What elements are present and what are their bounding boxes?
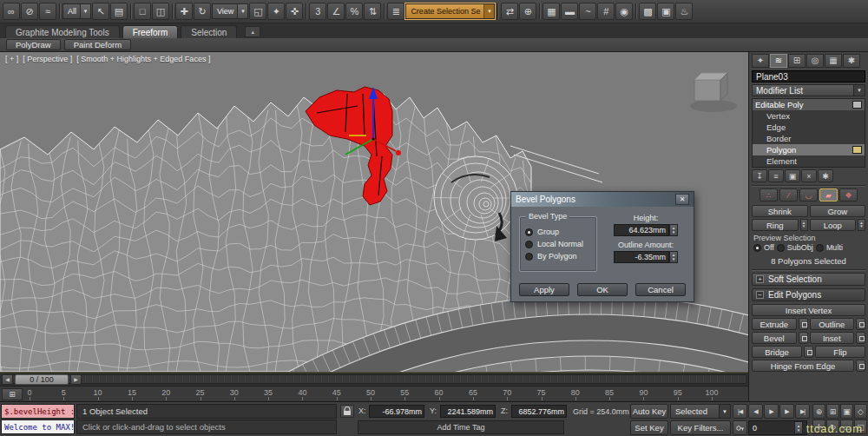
radio-local-normal-row[interactable]: Local Normal [525, 240, 591, 248]
stack-row-icon[interactable] [852, 146, 862, 154]
current-frame-field[interactable]: 0 ▴▾ [748, 420, 807, 435]
spinner-arrows-icon[interactable]: ▴▾ [669, 251, 678, 263]
flip-button[interactable]: Flip [815, 346, 865, 358]
configure-modifier-sets-icon[interactable]: ✱ [818, 169, 833, 182]
motion-tab-icon[interactable]: ◎ [806, 54, 824, 68]
track-bar[interactable]: ⊞ 05101520253035404550556065707580859095… [0, 386, 748, 401]
extrude-button[interactable]: Extrude [752, 318, 797, 330]
curve-editor-icon[interactable]: ~ [579, 3, 596, 20]
chevron-down-icon[interactable]: ▼ [853, 85, 865, 96]
ring-button[interactable]: Ring [752, 219, 799, 231]
modifier-list-dropdown[interactable]: Modifier List ▼ [752, 84, 865, 96]
selection-filter-dropdown[interactable]: All▼ [62, 3, 91, 19]
element-mode-icon[interactable]: ❖ [839, 188, 858, 201]
angle-snap-toggle-icon[interactable]: ∠ [327, 3, 345, 20]
modify-tab-icon[interactable]: ≋ [770, 54, 787, 68]
rendered-frame-window-icon[interactable]: ▣ [657, 3, 674, 20]
rectangular-selection-region-icon[interactable]: □ [134, 3, 151, 20]
previous-frame-icon[interactable]: ◀ [748, 404, 763, 419]
unlink-selection-icon[interactable]: ⊘ [21, 3, 38, 20]
chevron-down-icon[interactable]: ▼ [719, 405, 730, 418]
bind-to-space-warp-icon[interactable]: ≈ [39, 3, 56, 20]
select-object-icon[interactable]: ↖ [92, 3, 109, 20]
expand-icon[interactable]: + [756, 275, 764, 283]
select-and-move-icon[interactable]: ✚ [175, 3, 193, 20]
previous-frame-arrow-icon[interactable]: ◀ [2, 374, 13, 385]
create-tab-icon[interactable]: ✦ [752, 54, 769, 68]
stack-row-editable-poly[interactable]: Editable Poly [753, 99, 865, 110]
tab-graphite-modeling-tools[interactable]: Graphite Modeling Tools [5, 25, 120, 38]
tab-freeform[interactable]: Freeform [122, 25, 179, 38]
show-end-result-icon[interactable]: ≡ [768, 169, 784, 182]
snaps-toggle-icon[interactable]: 3 [309, 3, 326, 20]
key-mode-toggle-icon[interactable] [733, 420, 747, 435]
chevron-down-icon[interactable]: ▼ [80, 4, 90, 18]
time-slider-handle[interactable]: 0 / 100 [15, 374, 69, 385]
pan-icon[interactable]: ✛ [812, 419, 825, 434]
spin-down-icon[interactable]: ▾ [673, 230, 675, 235]
zoom-icon[interactable]: ⊕ [812, 404, 825, 419]
spinner-arrows-icon[interactable]: ▴▾ [794, 421, 803, 434]
next-frame-icon[interactable]: ▶ [779, 404, 794, 419]
maximize-viewport-icon[interactable]: ◱ [854, 419, 867, 434]
y-coordinate-field[interactable]: 2241.589mm [440, 405, 496, 418]
border-mode-icon[interactable]: ◡ [799, 188, 818, 201]
hierarchy-tab-icon[interactable]: ⊞ [788, 54, 806, 68]
next-frame-arrow-icon[interactable]: ▶ [70, 374, 82, 385]
edge-mode-icon[interactable]: ∕ [779, 188, 798, 201]
apply-button[interactable]: Apply [519, 283, 569, 296]
auto-key-button[interactable]: Auto Key [630, 404, 668, 419]
insert-vertex-button[interactable]: Insert Vertex [752, 304, 865, 316]
render-production-icon[interactable]: ♨ [675, 3, 693, 20]
align-icon[interactable]: ⊕ [519, 3, 536, 20]
zoom-extents-icon[interactable]: ▣ [840, 404, 853, 419]
make-unique-icon[interactable]: ▣ [785, 169, 800, 182]
tab-selection[interactable]: Selection [181, 25, 237, 38]
spinner-snap-toggle-icon[interactable]: ⇅ [364, 3, 381, 20]
radio-by-polygon-row[interactable]: By Polygon [525, 252, 591, 261]
stack-row-polygon[interactable]: Polygon [753, 144, 865, 155]
use-pivot-point-center-icon[interactable]: ✦ [267, 3, 285, 20]
set-key-button[interactable]: Set Key [630, 420, 668, 435]
subtab-polydraw[interactable]: PolyDraw [6, 39, 61, 50]
window-crossing-toggle-icon[interactable]: ◫ [152, 3, 169, 20]
utilities-tab-icon[interactable]: ✱ [843, 54, 860, 68]
z-coordinate-field[interactable]: 6852.776mm [511, 405, 567, 418]
select-and-scale-icon[interactable]: ◱ [249, 3, 266, 20]
stack-row-edge[interactable]: Edge [753, 122, 865, 133]
outline-amount-field[interactable]: -6.35mm [614, 251, 669, 263]
percent-snap-toggle-icon[interactable]: % [345, 3, 363, 20]
dialog-titlebar[interactable]: Bevel Polygons ✕ [511, 192, 694, 207]
maxscript-mini-listener-macro[interactable]: $.bevelHeight : [1, 404, 75, 419]
preview-subobj-radio[interactable] [777, 244, 785, 252]
select-and-rotate-icon[interactable]: ↻ [194, 3, 211, 20]
ring-spinner[interactable]: ▲▼ [800, 219, 808, 231]
time-slider[interactable]: ◀ 0 / 100 ▶ [0, 372, 748, 386]
loop-button[interactable]: Loop [810, 219, 857, 231]
collapse-icon[interactable]: − [756, 291, 764, 299]
hinge-settings-icon[interactable] [856, 360, 865, 372]
object-name-field[interactable]: Plane03 [752, 70, 865, 83]
edit-polygons-rollout[interactable]: − Edit Polygons [752, 288, 865, 301]
bridge-button[interactable]: Bridge [752, 346, 802, 358]
layer-manager-icon[interactable]: ▦ [542, 3, 560, 20]
preview-off-radio[interactable] [753, 244, 761, 252]
go-to-start-icon[interactable]: |◀ [733, 404, 747, 419]
radio-by-polygon[interactable] [525, 253, 533, 261]
open-mini-curve-editor-icon[interactable]: ⊞ [2, 388, 23, 400]
ribbon-minimize-icon[interactable]: ▴ [245, 26, 260, 37]
graphite-ribbon-toggle-icon[interactable]: ▬ [561, 3, 578, 20]
viewport-menu-pov[interactable]: [ Perspective ] [23, 55, 72, 63]
spin-down-icon[interactable]: ▾ [673, 257, 675, 261]
viewport-perspective[interactable]: [ + ] [ Perspective ] [ Smooth + Highlig… [0, 52, 748, 372]
select-by-name-icon[interactable]: ▤ [110, 3, 128, 20]
radio-local-normal[interactable] [525, 241, 533, 248]
grow-button[interactable]: Grow [810, 205, 866, 217]
select-and-link-icon[interactable]: ∞ [3, 3, 20, 20]
select-and-manipulate-icon[interactable]: ✜ [286, 3, 303, 20]
zoom-all-icon[interactable]: ⊞ [826, 404, 839, 419]
bridge-settings-icon[interactable] [804, 346, 813, 358]
play-icon[interactable]: ▶ [764, 404, 779, 419]
radio-group-row[interactable]: Group [525, 228, 591, 236]
inset-settings-icon[interactable] [856, 332, 865, 344]
